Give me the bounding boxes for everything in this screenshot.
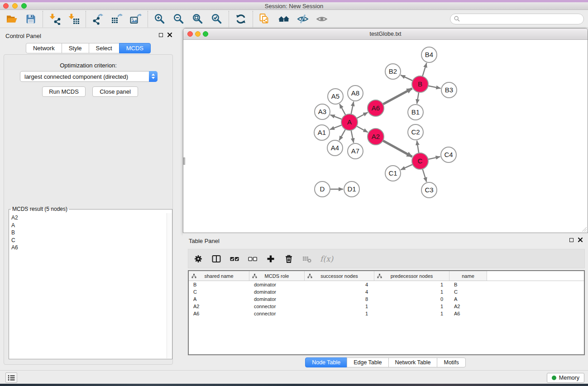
float-panel-icon[interactable] [159, 33, 163, 37]
svg-text:B: B [418, 80, 422, 88]
memory-button[interactable]: Memory [547, 373, 584, 383]
column-header-shared-name[interactable]: shared name [189, 271, 249, 281]
table-row[interactable]: Cdominator41C [189, 288, 584, 295]
mcds-result-box: MCDS result (5 nodes) A2ABCA6 [9, 206, 172, 359]
mcds-result-list[interactable]: A2ABCA6 [10, 213, 172, 358]
node-A6[interactable]: A6 [368, 100, 384, 116]
node-B3[interactable]: B3 [441, 82, 457, 98]
cell: A6 [449, 311, 487, 316]
deselect-checks-icon[interactable] [248, 254, 258, 264]
table-row[interactable]: A2connector11A2 [189, 303, 584, 310]
node-A1[interactable]: A1 [314, 125, 330, 140]
node-A7[interactable]: A7 [348, 143, 363, 159]
column-header-predecessor-nodes[interactable]: predecessor nodes [374, 271, 449, 281]
canvas-scroll-nub[interactable] [183, 157, 185, 165]
export-image-icon[interactable] [130, 13, 142, 25]
table-row[interactable]: Adominator80A [189, 295, 584, 303]
close-table-panel-icon[interactable] [578, 238, 583, 242]
node-table: shared nameMCDS rolesuccessor nodesprede… [188, 270, 585, 355]
result-scrollbar[interactable] [167, 213, 172, 358]
zoom-selected-icon[interactable] [211, 13, 223, 25]
tab-mcds[interactable]: MCDS [119, 43, 151, 53]
table-row[interactable]: A6connector11A6 [189, 310, 584, 317]
run-mcds-button[interactable]: Run MCDS [42, 86, 86, 97]
svg-text:C4: C4 [444, 151, 453, 158]
split-columns-icon[interactable] [211, 254, 221, 264]
result-item[interactable]: A6 [11, 244, 172, 252]
zoom-in-icon[interactable] [154, 13, 166, 25]
node-A2[interactable]: A2 [368, 129, 384, 145]
import-table-icon[interactable] [68, 13, 80, 25]
node-A4[interactable]: A4 [327, 140, 343, 156]
refresh-icon[interactable] [235, 13, 247, 25]
node-A8[interactable]: A8 [348, 86, 363, 101]
svg-text:A3: A3 [318, 108, 326, 115]
result-item[interactable]: A [11, 222, 172, 229]
tab-select[interactable]: Select [89, 43, 120, 53]
home-icon[interactable] [278, 13, 290, 25]
criterion-select[interactable]: largest connected component (directed) [20, 71, 158, 82]
mcds-result-legend: MCDS result (5 nodes) [11, 206, 69, 212]
node-A3[interactable]: A3 [315, 104, 330, 119]
cell: dominator [249, 282, 305, 287]
table-tab-node-table[interactable]: Node Table [305, 357, 347, 367]
node-C3[interactable]: C3 [421, 182, 437, 198]
save-icon[interactable] [25, 13, 37, 25]
table-tab-network-table[interactable]: Network Table [388, 357, 438, 367]
table-tab-edge-table[interactable]: Edge Table [347, 357, 388, 367]
eye-icon[interactable] [316, 13, 328, 25]
zoom-out-icon[interactable] [173, 13, 185, 25]
search-input[interactable] [460, 16, 583, 22]
node-A5[interactable]: A5 [328, 89, 343, 104]
select-all-checks-icon[interactable] [229, 254, 239, 264]
function-builder-icon[interactable]: f(x) [320, 254, 333, 263]
cell: connector [249, 304, 305, 309]
result-item[interactable]: C [11, 237, 172, 244]
resize-grip-icon[interactable] [581, 226, 587, 232]
tab-network[interactable]: Network [26, 43, 62, 53]
node-C4[interactable]: C4 [441, 147, 456, 162]
table-row[interactable]: Bdominator41B [189, 281, 584, 288]
duplicate-network-icon[interactable] [259, 13, 271, 25]
column-header-successor-nodes[interactable]: successor nodes [305, 271, 374, 281]
cell: A2 [449, 304, 487, 309]
column-header-name[interactable]: name [449, 271, 487, 281]
open-file-icon[interactable] [6, 13, 18, 25]
close-panel-button[interactable]: Close panel [92, 86, 138, 97]
node-D[interactable]: D [315, 181, 330, 197]
delete-column-icon[interactable] [284, 254, 294, 264]
search-icon [454, 16, 460, 22]
cell: 1 [305, 311, 374, 316]
export-network-icon[interactable] [92, 13, 104, 25]
node-C1[interactable]: C1 [385, 166, 401, 181]
node-D1[interactable]: D1 [344, 181, 359, 197]
task-history-button[interactable] [5, 372, 17, 383]
result-item[interactable]: A2 [11, 214, 172, 222]
node-B1[interactable]: B1 [408, 105, 423, 120]
float-table-panel-icon[interactable] [569, 238, 574, 242]
cell: 1 [374, 304, 449, 309]
node-B4[interactable]: B4 [421, 47, 437, 62]
search-box[interactable] [450, 14, 584, 24]
tab-style[interactable]: Style [62, 43, 89, 53]
close-panel-icon[interactable] [167, 33, 172, 37]
column-header-mcds-role[interactable]: MCDS role [249, 271, 305, 281]
gear-icon[interactable] [193, 254, 203, 264]
delete-table-icon[interactable] [302, 254, 312, 264]
control-panel-tabs: NetworkStyleSelectMCDS [0, 43, 177, 53]
hide-eye-icon[interactable] [297, 13, 309, 25]
import-network-icon[interactable] [49, 13, 61, 25]
result-item[interactable]: B [11, 229, 172, 237]
table-tab-motifs[interactable]: Motifs [437, 357, 465, 367]
network-canvas[interactable]: B4B2BB3A5A8A6A3B1AA1C2A2A4A7C4CC1C3DD1 [183, 40, 588, 233]
network-window-titlebar[interactable]: testGlobe.txt [183, 29, 588, 40]
node-B2[interactable]: B2 [385, 64, 401, 79]
node-B[interactable]: B [412, 76, 428, 92]
zoom-fit-icon[interactable] [192, 13, 204, 25]
node-C[interactable]: C [412, 153, 428, 169]
network-graph[interactable]: B4B2BB3A5A8A6A3B1AA1C2A2A4A7C4CC1C3DD1 [183, 40, 588, 233]
add-column-icon[interactable] [266, 254, 276, 264]
node-A[interactable]: A [341, 114, 358, 130]
node-C2[interactable]: C2 [408, 124, 423, 140]
export-table-icon[interactable] [111, 13, 123, 25]
